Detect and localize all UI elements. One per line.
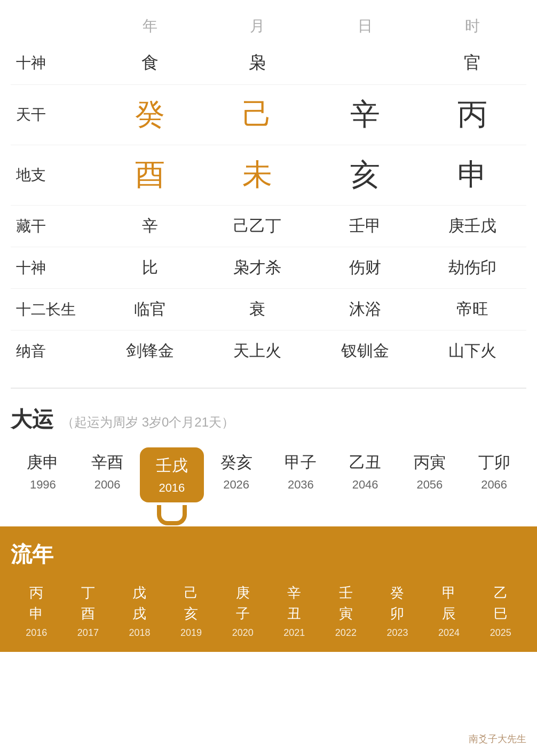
header-day: 日 bbox=[311, 16, 419, 36]
liunian-stem-0: 丙 bbox=[29, 582, 43, 603]
changsheng-day: 沐浴 bbox=[311, 298, 419, 320]
dayun-stem-0: 庚申 bbox=[27, 452, 59, 474]
nayin-day: 钗钏金 bbox=[311, 340, 419, 362]
liunian-branch-3: 亥 bbox=[184, 603, 198, 624]
dayun-item-4: 甲子2036 bbox=[268, 447, 333, 502]
row-tiangan: 天干 癸 己 辛 丙 bbox=[11, 85, 526, 145]
nayin-hour: 山下火 bbox=[419, 340, 527, 362]
dayun-stem-5: 乙丑 bbox=[349, 452, 381, 474]
row-changsheng: 十二长生 临官 衰 沐浴 帝旺 bbox=[11, 289, 526, 330]
dayun-item-3: 癸亥2026 bbox=[204, 447, 268, 502]
liunian-year-6: 2022 bbox=[335, 627, 357, 639]
dayun-year-3: 2026 bbox=[223, 478, 249, 492]
section-divider bbox=[11, 388, 526, 389]
label-dizhi: 地支 bbox=[11, 165, 96, 185]
liunian-branch-0: 申 bbox=[29, 603, 43, 624]
label-tiangan: 天干 bbox=[11, 105, 96, 125]
dayun-title-row: 大运 （起运为周岁 3岁0个月21天） bbox=[11, 405, 526, 434]
dayun-grid: 庚申1996辛酉2006壬戌2016癸亥2026甲子2036乙丑2046丙寅20… bbox=[11, 447, 526, 502]
zanggan-month: 己乙丁 bbox=[204, 215, 312, 237]
shishen2-month: 枭才杀 bbox=[204, 257, 312, 279]
dayun-year-7: 2066 bbox=[481, 478, 507, 492]
liunian-branch-6: 寅 bbox=[339, 603, 353, 624]
row-shishen: 十神 食 枭 官 bbox=[11, 42, 526, 85]
liunian-year-3: 2019 bbox=[180, 627, 202, 639]
liunian-year-1: 2017 bbox=[77, 627, 99, 639]
liunian-year-5: 2021 bbox=[283, 627, 305, 639]
row-nayin: 纳音 剑锋金 天上火 钗钏金 山下火 bbox=[11, 330, 526, 372]
shishen2-day: 伤财 bbox=[311, 257, 419, 279]
dayun-year-6: 2056 bbox=[416, 478, 443, 492]
tiangan-day: 辛 bbox=[311, 94, 419, 135]
liunian-branch-9: 巳 bbox=[494, 603, 508, 624]
dayun-title: 大运 bbox=[11, 405, 53, 434]
row-zanggan: 藏干 辛 己乙丁 壬甲 庚壬戊 bbox=[11, 206, 526, 247]
liunian-item-7: 癸卯2023 bbox=[372, 580, 423, 641]
liunian-branch-7: 卯 bbox=[390, 603, 404, 624]
liunian-year-2: 2018 bbox=[129, 627, 150, 639]
dizhi-day: 亥 bbox=[311, 155, 419, 195]
liunian-item-1: 丁酉2017 bbox=[62, 580, 114, 641]
connector-1 bbox=[75, 505, 140, 525]
liunian-stem-9: 乙 bbox=[494, 582, 508, 603]
liunian-item-5: 辛丑2021 bbox=[268, 580, 320, 641]
liunian-stem-3: 己 bbox=[184, 582, 198, 603]
shishen-year: 食 bbox=[96, 51, 204, 75]
header-year: 年 bbox=[96, 16, 204, 36]
dayun-year-4: 2036 bbox=[288, 478, 314, 492]
watermark: 南爻子大先生 bbox=[469, 733, 526, 745]
liunian-stem-6: 壬 bbox=[339, 582, 353, 603]
liunian-grid: 丙申2016丁酉2017戊戌2018己亥2019庚子2020辛丑2021壬寅20… bbox=[11, 580, 526, 641]
label-zanggan: 藏干 bbox=[11, 216, 96, 237]
dayun-stem-4: 甲子 bbox=[285, 452, 317, 474]
liunian-stem-5: 辛 bbox=[287, 582, 301, 603]
label-shishen: 十神 bbox=[11, 53, 96, 73]
dayun-item-5: 乙丑2046 bbox=[333, 447, 398, 502]
dayun-year-2: 2016 bbox=[159, 481, 185, 495]
tiangan-year: 癸 bbox=[96, 94, 204, 135]
label-nayin: 纳音 bbox=[11, 341, 96, 361]
dayun-stem-3: 癸亥 bbox=[220, 452, 252, 474]
liunian-title: 流年 bbox=[11, 540, 526, 569]
shishen2-hour: 劫伤印 bbox=[419, 257, 527, 279]
dayun-section: 大运 （起运为周岁 3岁0个月21天） 庚申1996辛酉2006壬戌2016癸亥… bbox=[0, 394, 537, 526]
liunian-stem-2: 戊 bbox=[132, 582, 146, 603]
connector-row bbox=[11, 505, 526, 521]
liunian-branch-1: 酉 bbox=[81, 603, 95, 624]
changsheng-hour: 帝旺 bbox=[419, 298, 527, 320]
zanggan-hour: 庚壬戊 bbox=[419, 215, 527, 237]
liunian-year-9: 2025 bbox=[490, 627, 511, 639]
liunian-item-3: 己亥2019 bbox=[165, 580, 217, 641]
row-dizhi: 地支 酉 未 亥 申 bbox=[11, 145, 526, 206]
liunian-item-9: 乙巳2025 bbox=[475, 580, 526, 641]
connector-5 bbox=[333, 505, 398, 525]
connector-2 bbox=[140, 505, 204, 525]
dayun-year-5: 2046 bbox=[352, 478, 378, 492]
label-shishen2: 十神 bbox=[11, 258, 96, 278]
liunian-branch-2: 戌 bbox=[132, 603, 146, 624]
liunian-year-4: 2020 bbox=[232, 627, 254, 639]
label-changsheng: 十二长生 bbox=[11, 300, 96, 320]
bazi-table: 年 月 日 时 十神 食 枭 官 天干 癸 己 辛 丙 地支 酉 未 亥 申 藏… bbox=[0, 0, 537, 382]
liunian-stem-8: 甲 bbox=[442, 582, 456, 603]
connector-4 bbox=[268, 505, 333, 525]
liunian-item-0: 丙申2016 bbox=[11, 580, 62, 641]
dizhi-year: 酉 bbox=[96, 155, 204, 195]
liunian-stem-1: 丁 bbox=[81, 582, 95, 603]
tiangan-hour: 丙 bbox=[419, 94, 527, 135]
dayun-stem-6: 丙寅 bbox=[414, 452, 446, 474]
dayun-year-1: 2006 bbox=[94, 478, 121, 492]
dayun-item-0: 庚申1996 bbox=[11, 447, 75, 502]
shishen-hour: 官 bbox=[419, 51, 527, 75]
zanggan-day: 壬甲 bbox=[311, 215, 419, 237]
connector-6 bbox=[398, 505, 462, 525]
shishen-month: 枭 bbox=[204, 51, 312, 75]
dayun-stem-7: 丁卯 bbox=[478, 452, 510, 474]
liunian-year-7: 2023 bbox=[386, 627, 408, 639]
dayun-item-6: 丙寅2056 bbox=[398, 447, 462, 502]
dayun-stem-2: 壬戌 bbox=[156, 455, 188, 477]
changsheng-year: 临官 bbox=[96, 298, 204, 320]
header-hour: 时 bbox=[419, 16, 527, 36]
connector-0 bbox=[11, 505, 75, 525]
liunian-item-6: 壬寅2022 bbox=[320, 580, 372, 641]
